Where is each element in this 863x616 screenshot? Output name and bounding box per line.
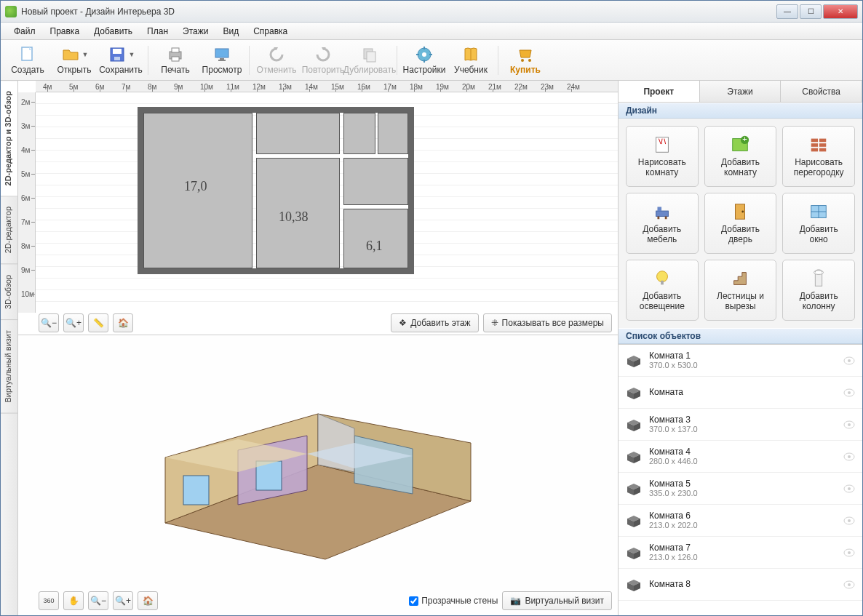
- wall[interactable]: [138, 107, 414, 113]
- vtab-3d[interactable]: 3D-обзор: [1, 265, 17, 320]
- design-button-2[interactable]: Нарисоватьперегородку: [782, 126, 855, 187]
- wall[interactable]: [138, 107, 143, 274]
- transparent-walls-input[interactable]: [409, 596, 418, 606]
- object-row[interactable]: Комната 8: [619, 569, 862, 601]
- dropdown-caret-icon: ▼: [82, 51, 89, 58]
- view-3d[interactable]: [62, 343, 574, 586]
- vtab-2d-3d[interactable]: 2D-редактор и 3D-обзор: [1, 81, 17, 196]
- virtual-visit-button[interactable]: 📷 Виртуальный визит: [502, 591, 612, 610]
- menu-help[interactable]: Справка: [246, 24, 295, 39]
- add-floor-button[interactable]: ❖ Добавить этаж: [391, 313, 478, 332]
- menu-view[interactable]: Вид: [215, 24, 246, 39]
- pan-button[interactable]: ✋: [63, 591, 84, 610]
- room-2[interactable]: 10,38: [256, 158, 340, 268]
- small-room-c[interactable]: [343, 158, 408, 205]
- object-row[interactable]: Комната 1370.0 x 530.0: [619, 345, 862, 377]
- svg-rect-37: [811, 143, 818, 147]
- design-button-5[interactable]: Добавитьокно: [782, 193, 855, 254]
- svg-point-19: [521, 59, 524, 62]
- design-button-8[interactable]: Добавитьколонну: [782, 260, 855, 321]
- close-button[interactable]: ✕: [823, 4, 858, 19]
- svg-rect-43: [657, 217, 659, 220]
- wall[interactable]: [138, 268, 414, 274]
- object-list[interactable]: Комната 1370.0 x 530.0КомнатаКомната 337…: [619, 344, 862, 615]
- create-button[interactable]: Создать: [5, 42, 50, 79]
- menubar: Файл Правка Добавить План Этажи Вид Спра…: [1, 23, 862, 40]
- tab-properties[interactable]: Свойства: [781, 81, 862, 102]
- transparent-walls-checkbox[interactable]: Прозрачные стены: [409, 596, 498, 606]
- preview-button[interactable]: Просмотр: [199, 42, 244, 79]
- menu-file[interactable]: Файл: [7, 24, 43, 39]
- room-3[interactable]: 6,1: [343, 209, 408, 268]
- wall[interactable]: [408, 107, 414, 274]
- tab-project[interactable]: Проект: [619, 81, 700, 102]
- visibility-icon[interactable]: [843, 580, 855, 589]
- object-row[interactable]: Комната 4280.0 x 446.0: [619, 441, 862, 473]
- menu-floors[interactable]: Этажи: [175, 24, 215, 39]
- visibility-icon[interactable]: [843, 484, 855, 493]
- room-hall[interactable]: [256, 113, 340, 154]
- undo-button[interactable]: Отменить: [254, 42, 299, 79]
- toolbar-separator: [397, 46, 397, 75]
- design-icon: [651, 135, 673, 155]
- vtab-virtual[interactable]: Виртуальный визит: [1, 320, 17, 414]
- design-button-4[interactable]: Добавитьдверь: [704, 193, 777, 254]
- minimize-button[interactable]: —: [776, 4, 798, 19]
- object-row[interactable]: Комната 5335.0 x 230.0: [619, 473, 862, 505]
- visibility-icon[interactable]: [843, 516, 855, 525]
- window-title: Новый проект - Дизайн Интерьера 3D: [21, 7, 776, 17]
- zoom-in-button[interactable]: 🔍+: [63, 313, 84, 332]
- cube-icon: [626, 450, 642, 463]
- menu-add[interactable]: Добавить: [87, 24, 140, 39]
- zoom-in-3d-button[interactable]: 🔍+: [113, 591, 133, 610]
- svg-point-83: [848, 519, 851, 522]
- tutorial-button[interactable]: Учебник: [448, 42, 493, 79]
- buy-button[interactable]: Купить: [503, 42, 548, 79]
- show-dimensions-button[interactable]: ⁜ Показывать все размеры: [483, 313, 612, 332]
- zoom-out-3d-button[interactable]: 🔍−: [88, 591, 108, 610]
- duplicate-button[interactable]: Дублировать: [347, 42, 392, 79]
- maximize-button[interactable]: ☐: [800, 4, 822, 19]
- menu-plan[interactable]: План: [140, 24, 175, 39]
- app-window: Новый проект - Дизайн Интерьера 3D — ☐ ✕…: [0, 0, 863, 616]
- canvas-2d[interactable]: 17,0 10,38 6,1: [36, 92, 618, 313]
- visibility-icon[interactable]: [843, 388, 855, 397]
- book-icon: [461, 46, 481, 63]
- home-button[interactable]: 🏠: [113, 313, 133, 332]
- pane-3d[interactable]: 360 ✋ 🔍− 🔍+ 🏠 Прозрачные стены 📷 Виртуал…: [18, 335, 618, 615]
- object-row[interactable]: Комната 6213.0 x 202.0: [619, 505, 862, 537]
- design-button-1[interactable]: +Добавитькомнату: [704, 126, 777, 187]
- pane-2d[interactable]: 4м5м6м7м8м9м10м11м12м13м14м15м16м17м18м1…: [18, 81, 618, 335]
- home-3d-button[interactable]: 🏠: [138, 591, 158, 610]
- visibility-icon[interactable]: [843, 356, 855, 365]
- printer-icon: [165, 46, 186, 63]
- ruler-button[interactable]: 📏: [88, 313, 108, 332]
- design-button-7[interactable]: Лестницы ивырезы: [704, 260, 777, 321]
- zoom-out-button[interactable]: 🔍−: [39, 313, 59, 332]
- small-room-a[interactable]: [343, 113, 375, 154]
- visibility-icon[interactable]: [843, 452, 855, 461]
- tab-floors[interactable]: Этажи: [700, 81, 782, 102]
- redo-button[interactable]: Повторить: [301, 42, 346, 79]
- rotate-360-button[interactable]: 360: [39, 591, 59, 610]
- room-1[interactable]: 17,0: [143, 113, 252, 268]
- panel-tabs: Проект Этажи Свойства: [619, 81, 862, 103]
- object-row[interactable]: Комната 3370.0 x 137.0: [619, 409, 862, 441]
- object-row[interactable]: Комната: [619, 377, 862, 409]
- menu-edit[interactable]: Правка: [43, 24, 87, 39]
- save-button[interactable]: ▼ Сохранить: [98, 42, 143, 79]
- toolbar-separator: [498, 46, 498, 75]
- design-button-6[interactable]: Добавитьосвещение: [626, 260, 699, 321]
- settings-button[interactable]: Настройки: [402, 42, 447, 79]
- cart-icon: [515, 46, 536, 63]
- open-button[interactable]: ▼ Открыть: [52, 42, 97, 79]
- vtab-2d[interactable]: 2D-редактор: [1, 196, 17, 264]
- small-room-b[interactable]: [378, 113, 408, 154]
- visibility-icon[interactable]: [843, 420, 855, 429]
- design-button-0[interactable]: Нарисоватькомнату: [626, 126, 699, 187]
- print-button[interactable]: Печать: [153, 42, 198, 79]
- object-row[interactable]: Комната 7213.0 x 126.0: [619, 537, 862, 569]
- design-button-3[interactable]: Добавитьмебель: [626, 193, 699, 254]
- visibility-icon[interactable]: [843, 548, 855, 557]
- center-area: 4м5м6м7м8м9м10м11м12м13м14м15м16м17м18м1…: [18, 81, 618, 615]
